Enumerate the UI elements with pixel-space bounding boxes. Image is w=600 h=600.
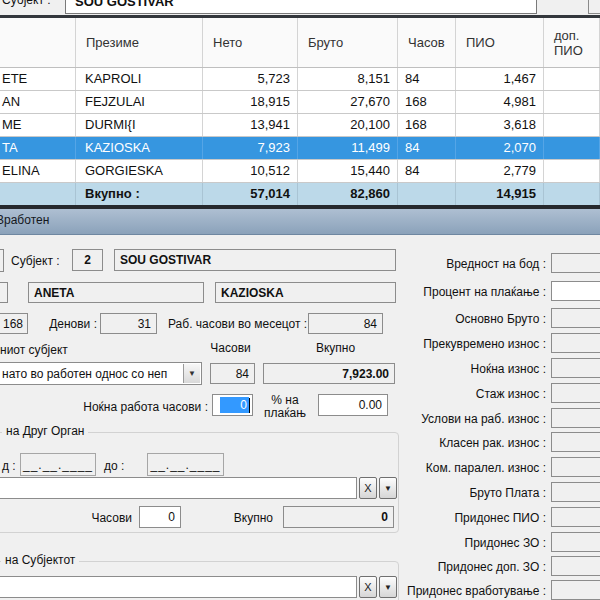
base-gross-label: Основно Бруто : — [400, 312, 546, 326]
other-organ-combobox[interactable] — [0, 477, 357, 499]
other-total-field: 0 — [283, 506, 394, 528]
clipped-field-fragment — [0, 249, 4, 272]
table-row-selected[interactable]: TA KAZIOSKA 7,923 11,499 84 2,070 — [0, 137, 600, 160]
cell-dop-pio[interactable] — [544, 114, 600, 136]
contribution-pio-label: Придонес ПИО : — [400, 511, 546, 525]
cell-dop-pio[interactable] — [544, 137, 600, 159]
table-row[interactable]: ELINA GORGIESKA 10,512 15,440 84 2,779 — [0, 160, 600, 183]
cell-dop-pio[interactable] — [544, 91, 600, 113]
pay-percent-label: Процент на плаќање : — [400, 285, 546, 299]
table-row[interactable]: ETE KAPROLI 5,723 8,151 84 1,467 — [0, 68, 600, 91]
payroll-app-window: Субјект : SOU GOSTIVAR Презиме Нето Брут… — [0, 0, 600, 600]
cell-net[interactable]: 5,723 — [203, 68, 298, 90]
cell-pio[interactable]: 2,070 — [456, 137, 544, 159]
cell-hours[interactable]: 168 — [398, 114, 456, 136]
pay-percent-input[interactable] — [551, 281, 600, 301]
date-to-input[interactable]: __.__.____ — [147, 453, 224, 476]
cell-gross[interactable]: 27,670 — [298, 91, 398, 113]
table-row[interactable]: ME DURMI{I 13,941 20,100 168 3,618 — [0, 114, 600, 137]
seniority-amount-field — [551, 383, 600, 403]
monthly-hours-168-field: 168 — [0, 313, 28, 334]
contribution-employment-label: Придонес вработување : — [400, 584, 546, 598]
subject-dropdown-button[interactable]: ▼ — [379, 576, 397, 598]
percent-pay-label: % на плаќањ — [255, 394, 315, 420]
contribution-employment-field — [551, 580, 600, 600]
table-row[interactable]: AN FEJZULAI 18,915 27,670 168 4,981 — [0, 91, 600, 114]
other-total-label: Вкупно — [227, 511, 273, 525]
cell-pio[interactable]: 2,779 — [456, 160, 544, 182]
employees-table: Презиме Нето Бруто Часов ПИО доп. ПИО ET… — [0, 18, 600, 205]
cell-gross[interactable]: 15,440 — [298, 160, 398, 182]
cell-surname[interactable]: FEJZULAI — [76, 91, 203, 113]
cell-firstname[interactable]: ELINA — [0, 160, 76, 182]
cell-surname[interactable]: KAZIOSKA — [76, 137, 203, 159]
cell-hours[interactable]: 84 — [398, 160, 456, 182]
cell-firstname[interactable]: ME — [0, 114, 76, 136]
cell-firstname[interactable]: ETE — [0, 68, 76, 90]
chevron-down-icon[interactable]: ▼ — [183, 364, 200, 383]
night-work-hours-input[interactable]: 0 — [212, 394, 253, 416]
x-icon: X — [364, 581, 371, 593]
night-amount-label: Ноќна износ : — [400, 362, 546, 376]
contribution-pio-field — [551, 507, 600, 527]
cell-hours[interactable]: 168 — [398, 91, 456, 113]
clipped-field-fragment — [0, 282, 8, 303]
other-organ-dropdown-button[interactable]: ▼ — [379, 477, 397, 499]
column-header-surname: Презиме — [76, 18, 203, 67]
date-from-input[interactable]: __.__.____ — [20, 453, 96, 476]
employee-window-title: Вработен — [0, 213, 49, 227]
relation-hours-field: 84 — [210, 363, 255, 384]
top-subject-field[interactable]: SOU GOSTIVAR — [65, 0, 537, 14]
total-dop-pio — [544, 183, 600, 205]
employee-window-titlebar[interactable]: Вработен — [0, 209, 600, 235]
date-from-label: д : — [2, 459, 16, 473]
cell-hours[interactable]: 84 — [398, 137, 456, 159]
cell-net[interactable]: 10,512 — [203, 160, 298, 182]
total-hours — [398, 183, 456, 205]
cell-gross[interactable]: 11,499 — [298, 137, 398, 159]
parallel-amount-field — [551, 457, 600, 477]
cell-surname[interactable]: GORGIESKA — [76, 160, 203, 182]
cell-gross[interactable]: 8,151 — [298, 68, 398, 90]
cell-surname[interactable]: KAPROLI — [76, 68, 203, 90]
cell-pio[interactable]: 4,981 — [456, 91, 544, 113]
cell-pio[interactable]: 3,618 — [456, 114, 544, 136]
last-name-field: KAZIOSKA — [215, 282, 396, 303]
table-header-row: Презиме Нето Бруто Часов ПИО доп. ПИО — [0, 18, 600, 68]
total-pio: 14,915 — [456, 183, 544, 205]
table-total-row: Вкупно : 57,014 82,860 14,915 — [0, 183, 600, 205]
night-work-hours-label: Ноќна работа часови : — [66, 400, 208, 414]
selected-text: 0 — [220, 397, 249, 413]
first-name-field: ANETA — [28, 282, 204, 303]
column-header-dop-pio: доп. ПИО — [544, 18, 600, 67]
percent-pay-input[interactable]: 0.00 — [318, 394, 388, 416]
cell-firstname[interactable]: TA — [0, 137, 76, 159]
cell-pio[interactable]: 1,467 — [456, 68, 544, 90]
overtime-amount-field — [551, 333, 600, 353]
cell-firstname[interactable]: AN — [0, 91, 76, 113]
cell-net[interactable]: 7,923 — [203, 137, 298, 159]
cell-dop-pio[interactable] — [544, 160, 600, 182]
cell-surname[interactable]: DURMI{I — [76, 114, 203, 136]
relation-total-field: 7,923.00 — [263, 363, 395, 384]
top-subject-strip: Субјект : SOU GOSTIVAR — [0, 0, 600, 15]
work-hours-month-field: 84 — [308, 313, 383, 334]
cell-firstname — [0, 183, 76, 205]
cell-net[interactable]: 13,941 — [203, 114, 298, 136]
other-organ-clear-button[interactable]: X — [359, 477, 377, 499]
work-conditions-amount-label: Услови на раб. износ : — [400, 412, 546, 426]
other-hours-input[interactable]: 0 — [139, 506, 181, 528]
days-field: 31 — [100, 313, 157, 334]
cell-net[interactable]: 18,915 — [203, 91, 298, 113]
cell-dop-pio[interactable] — [544, 68, 600, 90]
cell-hours[interactable]: 84 — [398, 68, 456, 90]
employment-relation-combobox[interactable]: нато во работен однос со неп ▼ — [0, 362, 202, 385]
cell-gross[interactable]: 20,100 — [298, 114, 398, 136]
subject-clear-button[interactable]: X — [359, 576, 377, 598]
date-to-label: до : — [104, 459, 124, 473]
column-header-firstname — [0, 18, 76, 67]
days-label: Денови : — [42, 317, 97, 331]
top-subject-label: Субјект : — [2, 0, 51, 7]
base-gross-field — [551, 308, 600, 328]
subject-combobox[interactable] — [0, 576, 357, 598]
